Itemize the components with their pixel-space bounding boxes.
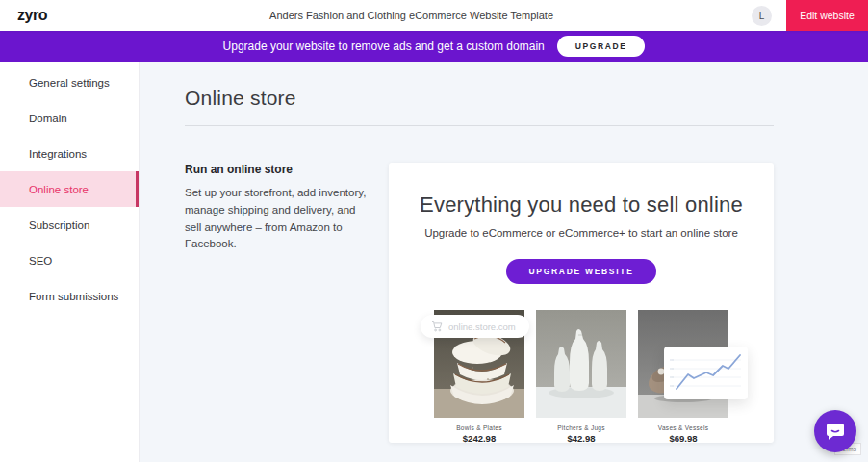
site-title: Anders Fashion and Clothing eCommerce We…	[269, 10, 553, 21]
zyro-settings-window: zyro Anders Fashion and Clothing eCommer…	[0, 0, 868, 462]
line-chart-icon	[664, 346, 748, 399]
ecommerce-upsell-card: Everything you need to sell online Upgra…	[389, 163, 774, 443]
title-divider	[185, 125, 774, 126]
product-name: Vases & Vessels	[638, 424, 728, 431]
product-price: $242.98	[434, 433, 524, 444]
sidebar-item-integrations[interactable]: Integrations	[0, 136, 139, 171]
banner-upgrade-button[interactable]: UPGRADE	[557, 36, 646, 57]
sidebar-item-online-store[interactable]: Online store	[0, 171, 139, 207]
product-name: Bowls & Plates	[434, 424, 524, 431]
account-avatar[interactable]: L	[752, 6, 772, 26]
store-url-text: online.store.com	[448, 321, 516, 332]
page-title: Online store	[185, 87, 868, 110]
upgrade-banner: Upgrade your website to remove ads and g…	[0, 31, 868, 62]
chat-button[interactable]	[814, 410, 856, 452]
section-description: Set up your storefront, add inventory, m…	[185, 185, 371, 253]
sidebar-item-subscription[interactable]: Subscription	[0, 207, 139, 243]
section-intro: Run an online store Set up your storefro…	[185, 163, 389, 443]
sidebar-item-general-settings[interactable]: General settings	[0, 64, 139, 100]
product-price: $69.98	[638, 433, 728, 444]
card-subheading: Upgrade to eCommerce or eCommerce+ to st…	[389, 227, 774, 239]
section-heading: Run an online store	[185, 163, 389, 176]
sidebar-item-form-submissions[interactable]: Form submissions	[0, 278, 139, 314]
settings-sidebar: General settings Domain Integrations Onl…	[0, 62, 140, 462]
store-url-pill: online.store.com	[421, 315, 529, 338]
edit-website-button[interactable]: Edit website	[786, 0, 868, 31]
card-heading: Everything you need to sell online	[389, 192, 774, 218]
main-panel: Online store Run an online store Set up …	[140, 62, 868, 462]
product-image-pitchers	[536, 310, 626, 418]
cart-icon	[431, 321, 443, 332]
product-price: $42.98	[536, 433, 626, 444]
product-card-pitchers: Pitchers & Jugs $42.98	[536, 310, 626, 444]
sidebar-item-domain[interactable]: Domain	[0, 100, 139, 136]
sales-chart-illustration	[664, 346, 748, 399]
upgrade-banner-text: Upgrade your website to remove ads and g…	[223, 39, 545, 53]
content-area: General settings Domain Integrations Onl…	[0, 62, 868, 462]
sidebar-item-seo[interactable]: SEO	[0, 243, 139, 278]
upgrade-website-button[interactable]: UPGRADE WEBSITE	[506, 259, 655, 284]
product-name: Pitchers & Jugs	[536, 424, 626, 431]
online-store-section: Run an online store Set up your storefro…	[185, 163, 774, 443]
chat-bubble-icon	[824, 420, 847, 443]
zyro-logo[interactable]: zyro	[17, 7, 47, 24]
top-bar: zyro Anders Fashion and Clothing eCommer…	[0, 0, 868, 31]
